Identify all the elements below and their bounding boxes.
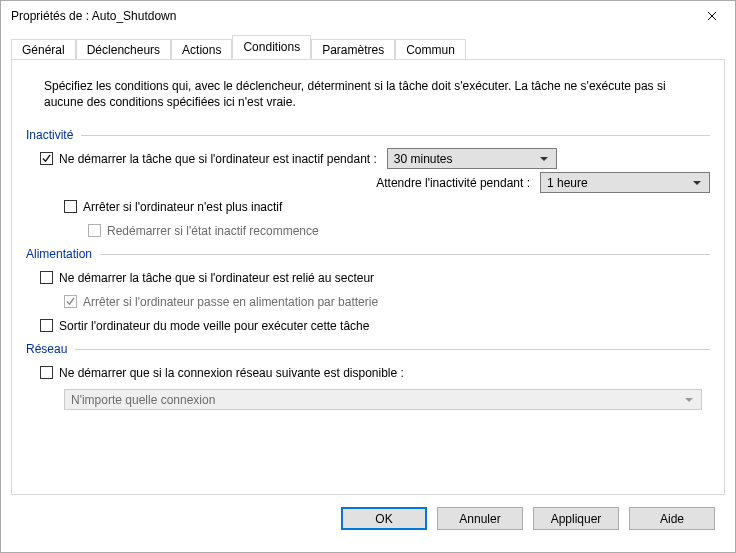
row-stop-on-battery: Arrêter si l'ordinateur passe en aliment…	[64, 291, 710, 312]
apply-button[interactable]: Appliquer	[533, 507, 619, 530]
combo-wait-for-idle-value: 1 heure	[547, 176, 689, 190]
label-stop-if-not-idle: Arrêter si l'ordinateur n'est plus inact…	[83, 200, 282, 214]
row-start-only-on-ac: Ne démarrer la tâche que si l'ordinateur…	[40, 267, 710, 288]
titlebar: Propriétés de : Auto_Shutdown	[1, 1, 735, 31]
combo-network-connection-value: N'importe quelle connexion	[71, 393, 681, 407]
combo-network-connection: N'importe quelle connexion	[64, 389, 702, 410]
section-divider	[100, 254, 710, 255]
tab-common[interactable]: Commun	[395, 39, 466, 60]
conditions-description: Spécifiez les conditions qui, avec le dé…	[44, 78, 702, 110]
section-idle: Inactivité Ne démarrer la tâche que si l…	[26, 128, 710, 241]
chevron-down-icon	[681, 398, 697, 402]
label-start-only-if-idle: Ne démarrer la tâche que si l'ordinateur…	[59, 152, 377, 166]
row-wait-for-idle: Attendre l'inactivité pendant : 1 heure	[64, 172, 710, 193]
checkbox-restart-if-idle	[88, 224, 101, 237]
label-start-only-if-network: Ne démarrer que si la connexion réseau s…	[59, 366, 404, 380]
check-icon	[66, 297, 75, 306]
check-icon	[42, 154, 51, 163]
chevron-down-icon	[536, 157, 552, 161]
label-start-only-on-ac: Ne démarrer la tâche que si l'ordinateur…	[59, 271, 374, 285]
section-divider	[75, 349, 710, 350]
checkbox-start-only-on-ac[interactable]	[40, 271, 53, 284]
section-title-idle: Inactivité	[26, 128, 81, 142]
properties-dialog: Propriétés de : Auto_Shutdown Général Dé…	[0, 0, 736, 553]
row-restart-if-idle: Redémarrer si l'état inactif recommence	[88, 220, 710, 241]
section-title-network: Réseau	[26, 342, 75, 356]
help-button[interactable]: Aide	[629, 507, 715, 530]
row-start-only-if-network: Ne démarrer que si la connexion réseau s…	[40, 362, 710, 383]
tab-actions[interactable]: Actions	[171, 39, 232, 60]
combo-idle-duration-value: 30 minutes	[394, 152, 536, 166]
tab-strip: Général Déclencheurs Actions Conditions …	[11, 35, 725, 59]
chevron-down-icon	[689, 181, 705, 185]
combo-idle-duration[interactable]: 30 minutes	[387, 148, 557, 169]
label-stop-on-battery: Arrêter si l'ordinateur passe en aliment…	[83, 295, 378, 309]
section-network: Réseau Ne démarrer que si la connexion r…	[26, 342, 710, 410]
close-icon	[707, 11, 717, 21]
close-button[interactable]	[689, 1, 735, 31]
row-start-only-if-idle: Ne démarrer la tâche que si l'ordinateur…	[40, 148, 710, 169]
label-wake-to-run: Sortir l'ordinateur du mode veille pour …	[59, 319, 369, 333]
label-wait-for-idle: Attendre l'inactivité pendant :	[64, 176, 530, 190]
checkbox-wake-to-run[interactable]	[40, 319, 53, 332]
section-title-power: Alimentation	[26, 247, 100, 261]
tab-triggers[interactable]: Déclencheurs	[76, 39, 171, 60]
window-title: Propriétés de : Auto_Shutdown	[11, 9, 689, 23]
tab-conditions[interactable]: Conditions	[232, 35, 311, 59]
section-header-network: Réseau	[26, 342, 710, 356]
section-header-power: Alimentation	[26, 247, 710, 261]
checkbox-stop-on-battery	[64, 295, 77, 308]
label-restart-if-idle: Redémarrer si l'état inactif recommence	[107, 224, 319, 238]
checkbox-stop-if-not-idle[interactable]	[64, 200, 77, 213]
row-stop-if-not-idle: Arrêter si l'ordinateur n'est plus inact…	[64, 196, 710, 217]
checkbox-start-only-if-network[interactable]	[40, 366, 53, 379]
dialog-buttons: OK Annuler Appliquer Aide	[11, 495, 725, 542]
tab-settings[interactable]: Paramètres	[311, 39, 395, 60]
row-network-connection: N'importe quelle connexion	[64, 389, 702, 410]
ok-button[interactable]: OK	[341, 507, 427, 530]
tab-general[interactable]: Général	[11, 39, 76, 60]
section-power: Alimentation Ne démarrer la tâche que si…	[26, 247, 710, 336]
checkbox-start-only-if-idle[interactable]	[40, 152, 53, 165]
section-header-idle: Inactivité	[26, 128, 710, 142]
row-wake-to-run: Sortir l'ordinateur du mode veille pour …	[40, 315, 710, 336]
cancel-button[interactable]: Annuler	[437, 507, 523, 530]
tab-panel-conditions: Spécifiez les conditions qui, avec le dé…	[11, 59, 725, 495]
client-area: Général Déclencheurs Actions Conditions …	[1, 31, 735, 552]
combo-wait-for-idle[interactable]: 1 heure	[540, 172, 710, 193]
section-divider	[81, 135, 710, 136]
